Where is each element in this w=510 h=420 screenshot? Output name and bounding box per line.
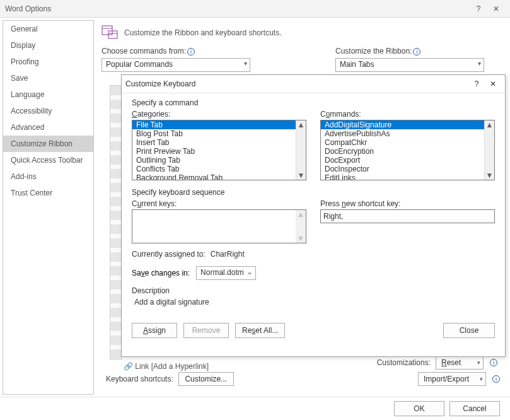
info-icon[interactable]: i bbox=[490, 359, 497, 366]
sidebar-item-quick-access[interactable]: Quick Access Toolbar bbox=[3, 152, 93, 168]
choose-commands-dropdown[interactable]: Popular Commands bbox=[101, 58, 250, 72]
list-item[interactable]: Print Preview Tab bbox=[132, 147, 306, 156]
remove-button[interactable]: Remove bbox=[183, 323, 229, 338]
save-changes-label: Save changes in: bbox=[132, 269, 190, 277]
categories-listbox[interactable]: File Tab Blog Post Tab Insert Tab Print … bbox=[132, 120, 306, 180]
specify-command-label: Specify a command bbox=[132, 98, 495, 107]
customize-shortcuts-button[interactable]: Customize... bbox=[178, 372, 234, 386]
import-export-dropdown[interactable]: Import/Export bbox=[418, 372, 486, 386]
info-icon[interactable]: i bbox=[187, 48, 195, 55]
description-label: Description bbox=[132, 286, 495, 295]
list-item[interactable]: DocExport bbox=[321, 156, 494, 165]
list-item[interactable]: Outlining Tab bbox=[132, 156, 306, 165]
window-title: Word Options bbox=[5, 4, 470, 13]
sidebar-item-general[interactable]: General bbox=[3, 21, 93, 37]
commands-listbox[interactable]: AddDigitalSignature AdvertisePublishAs C… bbox=[320, 120, 495, 180]
current-keys-label: Current keys: bbox=[132, 199, 306, 208]
close-button[interactable]: Close bbox=[443, 323, 495, 338]
currently-assigned-value: CharRight bbox=[211, 250, 245, 259]
list-item[interactable]: DocInspector bbox=[321, 165, 494, 173]
description-text: Add a digital signature bbox=[132, 298, 495, 306]
customize-ribbon-icon bbox=[101, 25, 119, 40]
reset-all-button[interactable]: Reset All... bbox=[235, 323, 285, 338]
sidebar-item-accessibility[interactable]: Accessibility bbox=[3, 103, 93, 119]
dialog-close-icon[interactable]: ✕ bbox=[485, 78, 501, 90]
lower-controls: Customizations: Reset i Keyboard shortcu… bbox=[101, 358, 500, 383]
page-subtitle: Customize the Ribbon and keyboard shortc… bbox=[124, 28, 281, 37]
ok-button[interactable]: OK bbox=[394, 401, 444, 416]
sidebar-item-addins[interactable]: Add-ins bbox=[3, 168, 93, 185]
scrollbar[interactable]: ▲▼ bbox=[484, 120, 494, 180]
title-bar: Word Options ? ✕ bbox=[0, 0, 510, 18]
list-item[interactable]: Conflicts Tab bbox=[132, 165, 306, 173]
currently-assigned-label: Currently assigned to: bbox=[132, 250, 206, 259]
dialog-title: Customize Keyboard bbox=[125, 79, 468, 88]
press-new-label: Press new shortcut key: bbox=[320, 199, 495, 208]
list-item[interactable]: Background Removal Tab bbox=[132, 173, 306, 180]
scrollbar[interactable]: ▲▼ bbox=[296, 210, 306, 243]
sidebar-item-language[interactable]: Language bbox=[3, 86, 93, 103]
commands-list-partial bbox=[110, 85, 122, 359]
sidebar-item-customize-ribbon[interactable]: Customize Ribbon bbox=[3, 136, 93, 152]
list-item[interactable]: AdvertisePublishAs bbox=[321, 129, 494, 138]
assign-button[interactable]: Assign bbox=[132, 323, 177, 338]
keyboard-shortcuts-label: Keyboard shortcuts: bbox=[106, 375, 173, 383]
dialog-buttons: OK Cancel bbox=[0, 397, 510, 420]
dialog-help-icon[interactable]: ? bbox=[468, 78, 485, 90]
customizations-label: Customizations: bbox=[377, 358, 431, 367]
cancel-button[interactable]: Cancel bbox=[449, 401, 500, 416]
info-icon[interactable]: i bbox=[413, 48, 420, 55]
categories-label: Categories: bbox=[132, 110, 306, 119]
choose-commands-label: Choose commands from:i bbox=[101, 47, 195, 55]
sidebar-item-save[interactable]: Save bbox=[3, 70, 93, 86]
list-item[interactable]: Blog Post Tab bbox=[132, 129, 306, 138]
list-item[interactable]: CompatChkr bbox=[321, 138, 494, 147]
scrollbar[interactable]: ▲▼ bbox=[296, 120, 306, 180]
sidebar-item-advanced[interactable]: Advanced bbox=[3, 119, 93, 136]
customize-ribbon-dropdown[interactable]: Main Tabs bbox=[335, 58, 484, 72]
save-changes-dropdown[interactable]: Normal.dotm bbox=[196, 266, 256, 280]
options-sidebar: General Display Proofing Save Language A… bbox=[3, 20, 94, 395]
list-item[interactable]: EditLinks bbox=[321, 173, 494, 180]
specify-sequence-label: Specify keyboard sequence bbox=[132, 188, 495, 197]
customize-ribbon-label: Customize the Ribbon:i bbox=[335, 47, 420, 55]
list-item[interactable]: File Tab bbox=[132, 120, 306, 129]
reset-dropdown[interactable]: Reset bbox=[436, 356, 484, 370]
current-keys-listbox[interactable]: ▲▼ bbox=[132, 209, 306, 243]
commands-label: Commands: bbox=[320, 110, 495, 119]
info-icon[interactable]: i bbox=[492, 375, 500, 383]
customize-keyboard-dialog: Customize Keyboard ? ✕ Specify a command… bbox=[121, 74, 506, 357]
sidebar-item-display[interactable]: Display bbox=[3, 37, 93, 54]
list-item[interactable]: Insert Tab bbox=[132, 138, 306, 147]
list-item[interactable]: AddDigitalSignature bbox=[321, 120, 494, 129]
help-icon[interactable]: ? bbox=[470, 0, 487, 18]
sidebar-item-proofing[interactable]: Proofing bbox=[3, 54, 93, 70]
new-shortcut-input[interactable] bbox=[320, 209, 495, 223]
sidebar-item-trust-center[interactable]: Trust Center bbox=[3, 185, 93, 201]
list-item[interactable]: DocEncryption bbox=[321, 147, 494, 156]
close-icon[interactable]: ✕ bbox=[487, 0, 505, 18]
